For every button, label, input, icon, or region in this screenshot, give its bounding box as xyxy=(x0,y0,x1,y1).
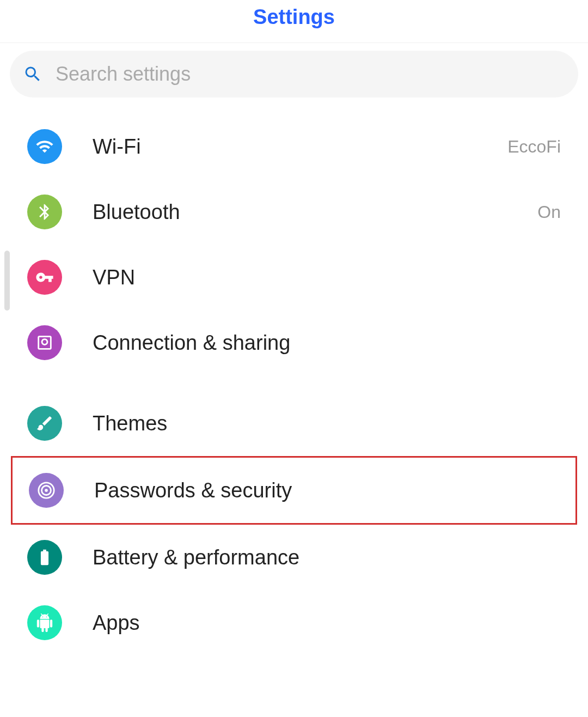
settings-item-connection[interactable]: Connection & sharing xyxy=(0,310,588,375)
scrollbar[interactable] xyxy=(4,251,10,311)
apps-icon xyxy=(27,605,62,640)
settings-item-vpn[interactable]: VPN xyxy=(0,245,588,310)
bluetooth-icon xyxy=(27,195,62,229)
settings-item-label: Battery & performance xyxy=(93,546,561,569)
page-title: Settings xyxy=(0,5,588,29)
themes-icon xyxy=(27,406,62,441)
settings-item-value: On xyxy=(537,202,561,222)
settings-list: Wi-Fi EccoFi Bluetooth On VPN Connection… xyxy=(0,108,588,661)
settings-item-value: EccoFi xyxy=(507,137,561,157)
header: Settings xyxy=(0,0,588,43)
settings-item-themes[interactable]: Themes xyxy=(0,391,588,456)
settings-item-label: VPN xyxy=(93,266,561,289)
settings-item-passwords-security[interactable]: Passwords & security xyxy=(11,456,577,525)
settings-item-label: Apps xyxy=(93,611,561,635)
search-input[interactable] xyxy=(56,63,565,86)
settings-item-label: Connection & sharing xyxy=(93,331,561,355)
settings-item-battery[interactable]: Battery & performance xyxy=(0,525,588,590)
security-icon xyxy=(29,473,64,508)
settings-item-bluetooth[interactable]: Bluetooth On xyxy=(0,179,588,245)
svg-point-2 xyxy=(45,489,48,492)
connection-icon xyxy=(27,325,62,360)
wifi-icon xyxy=(27,129,62,164)
settings-item-label: Passwords & security xyxy=(94,479,559,502)
settings-item-label: Bluetooth xyxy=(93,200,537,224)
search-icon xyxy=(23,64,42,84)
settings-item-label: Wi-Fi xyxy=(93,135,507,159)
settings-item-apps[interactable]: Apps xyxy=(0,590,588,655)
settings-item-label: Themes xyxy=(93,412,561,435)
vpn-icon xyxy=(27,260,62,295)
settings-item-wifi[interactable]: Wi-Fi EccoFi xyxy=(0,114,588,179)
battery-icon xyxy=(27,540,62,575)
search-bar[interactable] xyxy=(10,51,578,98)
